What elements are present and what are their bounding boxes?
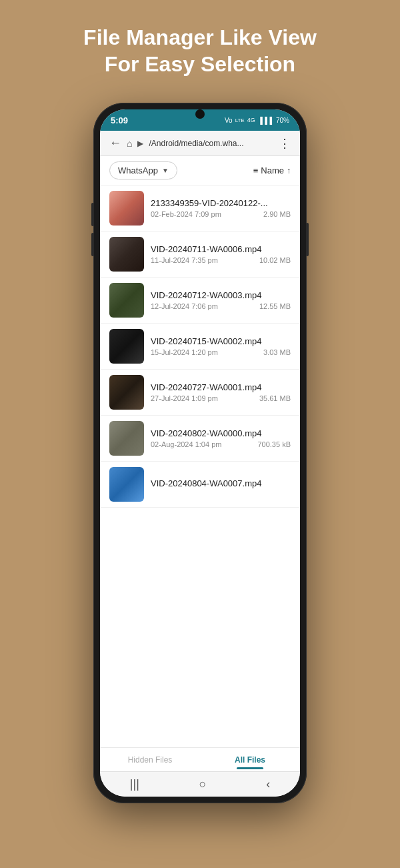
battery-icon: 70% xyxy=(276,117,289,124)
file-meta: 12-Jul-2024 7:06 pm12.55 MB xyxy=(151,302,291,310)
bottom-tabs: Hidden Files All Files xyxy=(100,747,300,771)
file-meta: 15-Jul-2024 1:20 pm3.03 MB xyxy=(151,348,291,356)
file-meta: 11-Jul-2024 7:35 pm10.02 MB xyxy=(151,256,291,264)
phone-mockup: 5:09 Vo LTE 4G ▐▐▐ 70% ← ⌂ ▶ /Android/me… xyxy=(93,103,307,803)
file-thumbnail xyxy=(109,375,144,410)
file-name: VID-20240727-WA0001.mp4 xyxy=(151,382,291,392)
file-name: VID-20240804-WA0007.mp4 xyxy=(151,478,291,488)
file-info: VID-20240802-WA0000.mp402-Aug-2024 1:04 … xyxy=(151,428,291,448)
file-name: VID-20240712-WA0003.mp4 xyxy=(151,290,291,300)
volume-up-button xyxy=(91,203,94,226)
sort-control[interactable]: ≡ Name ↑ xyxy=(253,165,291,175)
home-icon[interactable]: ⌂ xyxy=(127,138,132,149)
file-date: 02-Aug-2024 1:04 pm xyxy=(151,440,221,448)
recents-button[interactable]: ||| xyxy=(130,777,139,791)
power-button xyxy=(306,223,309,256)
signal-bars: ▐▐▐ xyxy=(258,117,272,124)
sort-direction-icon: ↑ xyxy=(287,166,291,175)
list-item[interactable]: VID-20240711-WA0006.mp411-Jul-2024 7:35 … xyxy=(100,232,300,278)
back-button[interactable]: ← xyxy=(109,136,121,150)
status-time: 5:09 xyxy=(111,115,128,125)
file-name: 2133349359-VID-20240122-... xyxy=(151,198,291,208)
file-thumbnail xyxy=(109,237,144,272)
file-info: VID-20240727-WA0001.mp427-Jul-2024 1:09 … xyxy=(151,382,291,402)
more-options-button[interactable]: ⋮ xyxy=(279,136,291,151)
file-date: 02-Feb-2024 7:09 pm xyxy=(151,210,221,218)
file-thumbnail xyxy=(109,283,144,318)
file-info: VID-20240712-WA0003.mp412-Jul-2024 7:06 … xyxy=(151,290,291,310)
navigation-bar: ← ⌂ ▶ /Android/media/com.wha... ⋮ xyxy=(100,131,300,156)
file-meta: 02-Feb-2024 7:09 pm2.90 MB xyxy=(151,210,291,218)
tab-hidden-files[interactable]: Hidden Files xyxy=(100,751,200,769)
file-size: 10.02 MB xyxy=(259,256,291,264)
file-thumbnail xyxy=(109,191,144,226)
list-item[interactable]: 2133349359-VID-20240122-...02-Feb-2024 7… xyxy=(100,185,300,232)
file-date: 27-Jul-2024 1:09 pm xyxy=(151,394,218,402)
current-path: /Android/media/com.wha... xyxy=(149,139,273,148)
file-name: VID-20240711-WA0006.mp4 xyxy=(151,244,291,254)
list-item[interactable]: VID-20240727-WA0001.mp427-Jul-2024 1:09 … xyxy=(100,370,300,416)
folder-label: WhatsApp xyxy=(118,165,158,175)
tab-all-files[interactable]: All Files xyxy=(200,751,300,769)
file-meta: 27-Jul-2024 1:09 pm35.61 MB xyxy=(151,394,291,402)
file-date: 11-Jul-2024 7:35 pm xyxy=(151,256,218,264)
file-name: VID-20240802-WA0000.mp4 xyxy=(151,428,291,438)
sort-icon: ≡ xyxy=(253,165,259,175)
list-item[interactable]: VID-20240804-WA0007.mp4 xyxy=(100,462,300,508)
file-thumbnail xyxy=(109,421,144,456)
file-size: 12.55 MB xyxy=(259,302,291,310)
sort-label: Name xyxy=(261,165,284,175)
file-list: 2133349359-VID-20240122-...02-Feb-2024 7… xyxy=(100,185,300,747)
file-size: 700.35 kB xyxy=(257,440,291,448)
file-name: VID-20240715-WA0002.mp4 xyxy=(151,336,291,346)
list-item[interactable]: VID-20240715-WA0002.mp415-Jul-2024 1:20 … xyxy=(100,324,300,370)
filter-bar: WhatsApp ▼ ≡ Name ↑ xyxy=(100,156,300,185)
file-info: 2133349359-VID-20240122-...02-Feb-2024 7… xyxy=(151,198,291,218)
camera-notch xyxy=(195,109,205,119)
file-date: 15-Jul-2024 1:20 pm xyxy=(151,348,218,356)
file-thumbnail xyxy=(109,467,144,502)
file-thumbnail xyxy=(109,329,144,364)
signal-icon: Vo xyxy=(225,117,233,124)
volume-down-button xyxy=(91,233,94,256)
file-info: VID-20240715-WA0002.mp415-Jul-2024 1:20 … xyxy=(151,336,291,356)
file-meta: 02-Aug-2024 1:04 pm700.35 kB xyxy=(151,440,291,448)
header-text: File Manager Like View For Easy Selectio… xyxy=(63,24,337,77)
list-item[interactable]: VID-20240712-WA0003.mp412-Jul-2024 7:06 … xyxy=(100,278,300,324)
folder-dropdown[interactable]: WhatsApp ▼ xyxy=(109,161,177,179)
path-separator: ▶ xyxy=(137,139,143,148)
file-size: 35.61 MB xyxy=(259,394,291,402)
list-item[interactable]: VID-20240802-WA0000.mp402-Aug-2024 1:04 … xyxy=(100,416,300,462)
network-icon: 4G xyxy=(247,117,255,123)
file-size: 2.90 MB xyxy=(263,210,291,218)
dropdown-arrow-icon: ▼ xyxy=(162,167,169,174)
lte-icon: LTE xyxy=(235,117,245,123)
status-icons: Vo LTE 4G ▐▐▐ 70% xyxy=(225,117,289,124)
file-date: 12-Jul-2024 7:06 pm xyxy=(151,302,218,310)
file-info: VID-20240804-WA0007.mp4 xyxy=(151,478,291,490)
home-button[interactable]: ○ xyxy=(199,777,207,791)
file-size: 3.03 MB xyxy=(263,348,291,356)
android-nav-bar: ||| ○ ‹ xyxy=(100,771,300,797)
file-info: VID-20240711-WA0006.mp411-Jul-2024 7:35 … xyxy=(151,244,291,264)
back-nav-button[interactable]: ‹ xyxy=(266,777,270,791)
